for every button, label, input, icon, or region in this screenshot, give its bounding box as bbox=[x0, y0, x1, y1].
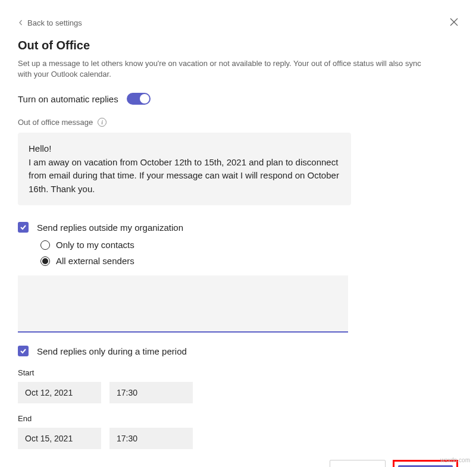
start-date-input[interactable]: Oct 12, 2021 bbox=[18, 382, 101, 403]
close-icon[interactable] bbox=[450, 18, 458, 28]
end-time-input[interactable]: 17:30 bbox=[109, 428, 193, 449]
radio-all-external[interactable]: All external senders bbox=[40, 256, 458, 266]
chevron-left-icon bbox=[18, 18, 24, 27]
external-message-input[interactable] bbox=[18, 275, 348, 333]
end-date-input[interactable]: Oct 15, 2021 bbox=[18, 428, 101, 449]
cancel-button[interactable]: Cancel bbox=[330, 460, 386, 467]
out-of-office-message-input[interactable]: Hello! I am away on vacation from Octobe… bbox=[18, 133, 351, 205]
page-title: Out of Office bbox=[18, 39, 458, 52]
back-to-settings-link[interactable]: Back to settings bbox=[18, 18, 82, 27]
start-time-input[interactable]: 17:30 bbox=[109, 382, 193, 403]
attribution-text: wsxdn.com bbox=[440, 457, 470, 463]
send-outside-checkbox[interactable] bbox=[18, 222, 29, 233]
send-period-label: Send replies only during a time period bbox=[37, 346, 187, 356]
start-label: Start bbox=[18, 368, 458, 377]
send-period-checkbox[interactable] bbox=[18, 346, 29, 356]
end-label: End bbox=[18, 414, 458, 423]
send-outside-label: Send replies outside my organization bbox=[37, 222, 183, 233]
message-section-label: Out of office message bbox=[18, 118, 93, 127]
radio-icon bbox=[40, 240, 50, 250]
info-icon[interactable]: i bbox=[98, 118, 107, 127]
radio-contacts-label: Only to my contacts bbox=[56, 240, 134, 250]
automatic-replies-toggle[interactable] bbox=[127, 93, 151, 105]
radio-icon bbox=[40, 256, 50, 266]
toggle-label: Turn on automatic replies bbox=[18, 94, 118, 104]
back-link-text: Back to settings bbox=[27, 18, 82, 27]
radio-external-label: All external senders bbox=[56, 256, 134, 266]
page-description: Set up a message to let others know you'… bbox=[18, 58, 422, 80]
radio-only-contacts[interactable]: Only to my contacts bbox=[40, 240, 458, 250]
